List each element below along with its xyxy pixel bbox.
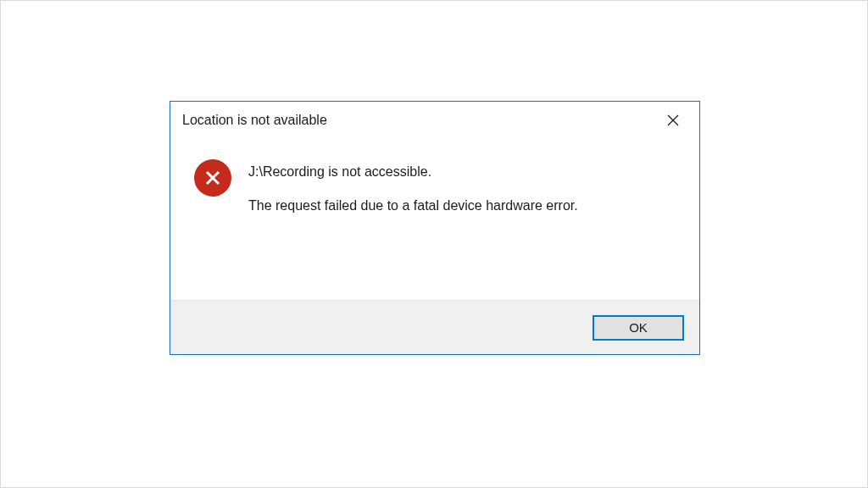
titlebar: Location is not available	[170, 102, 699, 139]
error-dialog: Location is not available J:\Recording i…	[170, 101, 700, 355]
error-icon	[194, 159, 231, 197]
message-column: J:\Recording is not accessible. The requ…	[248, 159, 682, 283]
dialog-footer: OK	[170, 300, 699, 354]
ok-button[interactable]: OK	[593, 315, 684, 341]
message-secondary: The request failed due to a fatal device…	[248, 198, 682, 214]
message-primary: J:\Recording is not accessible.	[248, 164, 682, 180]
dialog-content: J:\Recording is not accessible. The requ…	[170, 139, 699, 300]
dialog-title: Location is not available	[182, 113, 654, 128]
icon-column	[194, 159, 231, 283]
close-button[interactable]	[654, 107, 693, 134]
close-icon	[667, 114, 679, 126]
